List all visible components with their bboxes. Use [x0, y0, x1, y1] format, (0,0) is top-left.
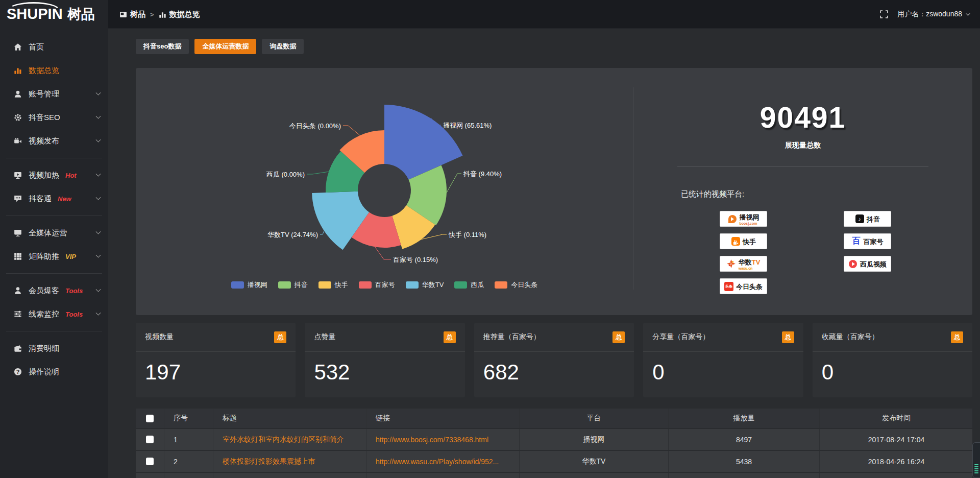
total-impressions-value: 90491	[633, 101, 972, 134]
table-header-cell	[136, 409, 164, 428]
sidebar-item-badge: Tools	[65, 287, 83, 295]
tab-全媒体运营数据[interactable]: 全媒体运营数据	[194, 39, 256, 54]
chevron-down-icon	[96, 310, 101, 315]
stat-card-视频数量: 视频数量总197	[136, 323, 296, 397]
sidebar-item-首页[interactable]: 首页	[0, 35, 108, 59]
legend-item-华数TV[interactable]: 华数TV	[406, 280, 444, 290]
sidebar-item-label: 全媒体运营	[29, 228, 67, 238]
platform-column-left: 播视网boosj.com快手华数TVwasu.cn头条今日头条	[720, 211, 767, 294]
sidebar-item-全媒体运营[interactable]: 全媒体运营	[0, 221, 108, 245]
sidebar-item-视频加热[interactable]: 视频加热Hot	[0, 163, 108, 187]
wasu-logo	[727, 259, 736, 269]
pie-chart-svg: 播视网 (65.61%)抖音 (9.40%)快手 (0.11%)百家号 (0.1…	[136, 68, 633, 315]
sidebar-divider	[6, 158, 102, 158]
sidebar-item-线索监控[interactable]: 线索监控Tools	[0, 302, 108, 326]
table-cell: 华数TV	[520, 451, 669, 472]
legend-label: 百家号	[375, 280, 395, 290]
boosj-logo	[728, 214, 737, 224]
platform-column-right: ♪抖音百百家号西瓜视频	[844, 211, 891, 294]
platform-badge-华数TV: 华数TVwasu.cn	[720, 256, 767, 272]
platform-name: 华数TV	[739, 258, 761, 266]
sidebar-item-label: 抖客通	[29, 194, 52, 204]
sidebar: SHUPIN 树品 首页数据总览账号管理抖音SEO视频发布视频加热Hot抖客通N…	[0, 0, 108, 478]
stat-cards-row: 视频数量总197点赞量总532推荐量（百家号）总682分享量（百家号）总0收藏量…	[136, 323, 972, 397]
legend-item-播视网[interactable]: 播视网	[231, 280, 267, 290]
table-row: 2楼体投影灯投影效果震撼上市http://www.wasu.cn/Play/sh…	[136, 451, 972, 473]
table-cell: 2017-08-24 17:04	[820, 429, 973, 450]
stat-card-value: 197	[136, 352, 296, 385]
table-cell: 5438	[669, 451, 820, 472]
label-line-西瓜	[307, 172, 329, 174]
video-link[interactable]: http://www.boosj.com/7338468.html	[366, 429, 520, 450]
sidebar-item-label: 会员爆客	[29, 286, 59, 296]
stat-card-value: 682	[474, 352, 634, 385]
chevron-down-icon	[96, 90, 101, 95]
table-cell: 8497	[669, 429, 820, 450]
row-checkbox[interactable]	[146, 458, 154, 465]
sidebar-item-操作说明[interactable]: ?操作说明	[0, 360, 108, 384]
pie-slice-播视网[interactable]	[384, 105, 462, 180]
sidebar-item-数据总览[interactable]: 数据总览	[0, 59, 108, 82]
widget-line	[974, 470, 978, 471]
row-checkbox[interactable]	[146, 436, 154, 443]
legend-item-今日头条[interactable]: 今日头条	[495, 280, 537, 290]
platform-name: 今日头条	[736, 283, 763, 291]
baijiahao-logo: 百	[852, 237, 861, 246]
main-content: 抖音seo数据全媒体运营数据询盘数据 播视网 (65.61%)抖音 (9.40%…	[108, 29, 980, 478]
select-all-checkbox[interactable]	[146, 415, 154, 422]
sidebar-item-label: 数据总览	[29, 66, 59, 76]
fullscreen-icon[interactable]	[880, 10, 888, 18]
data-tabs: 抖音seo数据全媒体运营数据询盘数据	[136, 39, 972, 54]
total-impressions-label: 展现量总数	[633, 141, 972, 150]
sidebar-item-抖音SEO[interactable]: 抖音SEO	[0, 106, 108, 129]
label-line-百家号	[375, 247, 391, 259]
stat-card-header: 收藏量（百家号）总	[813, 323, 972, 352]
videos-table: 序号标题链接平台播放量发布时间1室外水纹灯和室内水纹灯的区别和简介http://…	[136, 409, 972, 478]
sidebar-item-账号管理[interactable]: 账号管理	[0, 82, 108, 106]
chevron-down-icon	[96, 137, 101, 142]
platform-name: 播视网	[740, 213, 760, 221]
legend-item-快手[interactable]: 快手	[318, 280, 348, 290]
legend-item-抖音[interactable]: 抖音	[278, 280, 308, 290]
table-cell	[366, 473, 520, 478]
tab-抖音seo数据[interactable]: 抖音seo数据	[136, 39, 189, 54]
legend-item-百家号[interactable]: 百家号	[359, 280, 395, 290]
legend-label: 抖音	[295, 280, 308, 290]
sidebar-item-label: 视频发布	[29, 136, 59, 146]
sidebar-item-badge: New	[58, 195, 71, 203]
breadcrumb-item-数据总览[interactable]: 数据总览	[159, 10, 200, 19]
table-header-cell: 标题	[213, 409, 366, 428]
platform-badge-text: 快手	[743, 237, 756, 246]
sidebar-item-label: 抖音SEO	[29, 113, 60, 123]
breadcrumb-label: 数据总览	[169, 10, 200, 19]
douyin-logo: ♪	[855, 214, 864, 224]
platform-badge-百家号: 百百家号	[844, 233, 891, 249]
table-cell	[164, 473, 213, 478]
sidebar-item-label: 矩阵助推	[29, 252, 59, 261]
video-link[interactable]: http://www.wasu.cn/Play/show/id/952...	[366, 451, 520, 472]
tab-询盘数据[interactable]: 询盘数据	[262, 39, 304, 54]
sidebar-item-会员爆客[interactable]: 会员爆客Tools	[0, 279, 108, 302]
video-title[interactable]: 室外水纹灯和室内水纹灯的区别和简介	[213, 429, 366, 450]
breadcrumb: 树品>数据总览	[119, 10, 200, 19]
sidebar-item-badge: Hot	[65, 172, 77, 179]
legend-swatch	[406, 281, 419, 289]
user-icon	[14, 90, 22, 98]
label-line-抖音	[447, 174, 461, 193]
platform-name: 西瓜视频	[860, 260, 887, 268]
total-badge: 总	[782, 331, 794, 343]
legend-item-西瓜[interactable]: 西瓜	[454, 280, 484, 290]
user-menu[interactable]: 用户名：zswodun88	[897, 10, 969, 19]
summary-section: 90491 展现量总数 已统计的视频平台: 播视网boosj.com快手华数TV…	[633, 68, 972, 315]
breadcrumb-item-树品[interactable]: 树品	[119, 10, 145, 19]
sidebar-item-矩阵助推[interactable]: 矩阵助推VIP	[0, 245, 108, 268]
video-title[interactable]: 楼体投影灯投影效果震撼上市	[213, 451, 366, 472]
sidebar-item-抖客通[interactable]: 抖客通New	[0, 187, 108, 210]
platform-sub: boosj.com	[740, 222, 760, 226]
sidebar-item-badge: Tools	[65, 310, 83, 318]
platform-badges: 播视网boosj.com快手华数TVwasu.cn头条今日头条 ♪抖音百百家号西…	[720, 211, 972, 294]
legend-swatch	[359, 281, 372, 289]
sidebar-item-消费明细[interactable]: 消费明细	[0, 337, 108, 360]
sidebar-item-视频发布[interactable]: 视频发布	[0, 129, 108, 153]
floating-service-widget[interactable]	[972, 442, 980, 478]
